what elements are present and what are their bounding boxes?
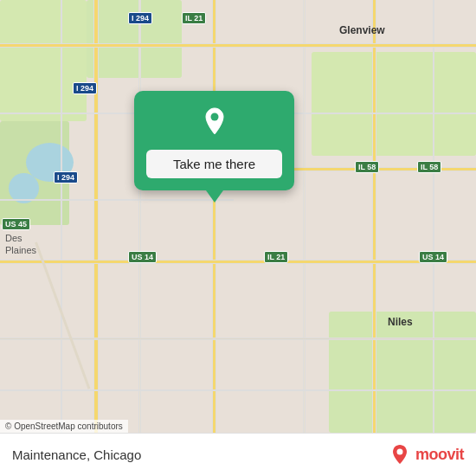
map-popup: Take me there: [134, 91, 294, 190]
bottom-bar: Maintenance, Chicago moovit: [0, 433, 476, 476]
moovit-logo: moovit: [388, 443, 464, 467]
shield-i294-top: I 294: [128, 12, 152, 24]
shield-us14-left: US 14: [128, 251, 157, 263]
label-niles: Niles: [388, 316, 413, 328]
location-pin-icon: [196, 105, 233, 141]
label-glenview: Glenview: [339, 24, 385, 36]
shield-us45: US 45: [2, 218, 30, 230]
shield-il58-r1: IL 58: [355, 161, 379, 173]
shield-il21-mid: IL 21: [264, 251, 288, 263]
moovit-text: moovit: [415, 446, 464, 464]
svg-point-0: [210, 113, 218, 121]
map-container: Glenview DesPlaines Niles I 294 I 294 I …: [0, 0, 476, 433]
label-des-plaines: DesPlaines: [5, 232, 36, 256]
shield-i294-mid: I 294: [54, 171, 78, 183]
moovit-icon: [388, 443, 412, 467]
svg-point-1: [396, 448, 402, 454]
take-me-there-button[interactable]: Take me there: [146, 150, 282, 178]
shield-us14-right: US 14: [419, 251, 447, 263]
shield-il21-top: IL 21: [182, 12, 206, 24]
shield-i294-left: I 294: [73, 82, 97, 94]
map-attribution: © OpenStreetMap contributors: [0, 420, 128, 433]
page-title: Maintenance, Chicago: [12, 447, 141, 462]
shield-il58-r2: IL 58: [417, 161, 441, 173]
